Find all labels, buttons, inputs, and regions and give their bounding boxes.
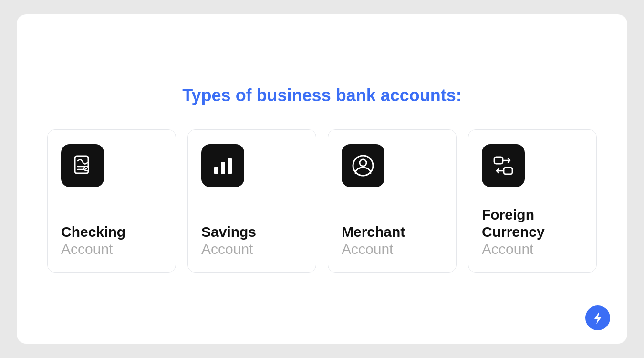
foreign-name-bold: ForeignCurrency xyxy=(482,206,545,241)
savings-name-bold: Savings xyxy=(201,223,256,241)
svg-rect-4 xyxy=(214,167,218,174)
merchant-name-light: Account xyxy=(342,241,405,258)
foreign-currency-account-card: ForeignCurrency Account xyxy=(468,129,597,273)
svg-point-8 xyxy=(360,159,366,166)
svg-rect-10 xyxy=(504,168,512,174)
savings-account-label: Savings Account xyxy=(201,223,256,258)
svg-rect-6 xyxy=(228,158,232,174)
merchant-name-bold: Merchant xyxy=(342,223,405,241)
brand-logo-icon xyxy=(590,310,606,326)
receipt-icon xyxy=(70,153,95,178)
svg-rect-9 xyxy=(494,157,503,164)
checking-account-label: Checking Account xyxy=(61,223,125,258)
foreign-name-light: Account xyxy=(482,241,545,258)
foreign-currency-account-label: ForeignCurrency Account xyxy=(482,206,545,258)
svg-rect-5 xyxy=(221,162,225,174)
page-title: Types of business bank accounts: xyxy=(182,85,461,105)
main-card: Types of business bank accounts: Checkin… xyxy=(17,14,627,344)
savings-account-card: Savings Account xyxy=(187,129,316,273)
bar-chart-icon xyxy=(210,153,235,178)
merchant-account-card: Merchant Account xyxy=(328,129,457,273)
merchant-icon-box xyxy=(342,144,384,187)
checking-name-bold: Checking xyxy=(61,223,125,241)
savings-icon-box xyxy=(201,144,244,187)
exchange-icon xyxy=(491,153,516,178)
checking-icon-box xyxy=(61,144,104,187)
checking-account-card: Checking Account xyxy=(47,129,176,273)
merchant-account-label: Merchant Account xyxy=(342,223,405,258)
foreign-currency-icon-box xyxy=(482,144,525,187)
accounts-grid: Checking Account Savings Account xyxy=(47,129,597,273)
person-icon xyxy=(351,153,375,178)
brand-logo-badge xyxy=(585,305,610,330)
savings-name-light: Account xyxy=(201,241,256,258)
checking-name-light: Account xyxy=(61,241,125,258)
